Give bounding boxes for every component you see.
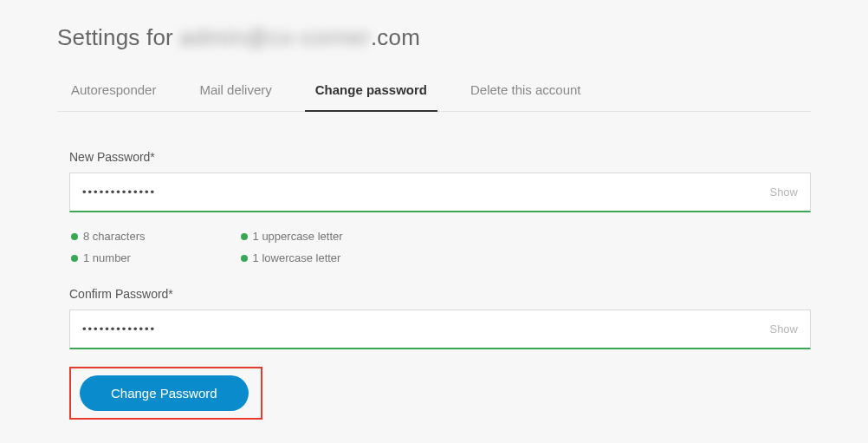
change-password-button[interactable]: Change Password [80,375,249,411]
requirement-1-uppercase: 1 uppercase letter [241,230,343,243]
confirm-password-show-toggle[interactable]: Show [769,322,798,336]
tab-mail-delivery[interactable]: Mail delivery [198,74,273,111]
password-requirements: 8 characters 1 number 1 uppercase letter… [69,230,811,264]
requirement-1-lowercase: 1 lowercase letter [241,251,343,264]
confirm-password-input-wrap: Show [69,309,811,349]
new-password-input-wrap: Show [69,173,811,212]
requirement-1-number: 1 number [71,251,146,264]
requirement-8-characters: 8 characters [71,230,146,243]
check-dot-icon [241,233,248,240]
title-suffix: .com [371,24,420,50]
title-prefix: Settings for [57,24,179,50]
change-password-form: New Password* Show 8 characters 1 number… [57,112,811,420]
tab-change-password[interactable]: Change password [314,74,429,111]
tabs: Autoresponder Mail delivery Change passw… [57,74,811,112]
new-password-label: New Password* [69,150,811,164]
title-email-blurred: admin@cx-corner [179,24,371,50]
new-password-input[interactable] [82,186,769,199]
page-title: Settings for admin@cx-corner.com [57,24,811,51]
submit-highlight-box: Change Password [69,367,262,420]
confirm-password-input[interactable] [82,322,769,336]
tab-autoresponder[interactable]: Autoresponder [69,74,158,111]
check-dot-icon [241,255,248,262]
tab-delete-account[interactable]: Delete this account [469,74,583,111]
check-dot-icon [71,233,78,240]
new-password-show-toggle[interactable]: Show [769,186,798,199]
check-dot-icon [71,255,78,262]
confirm-password-label: Confirm Password* [69,287,811,301]
